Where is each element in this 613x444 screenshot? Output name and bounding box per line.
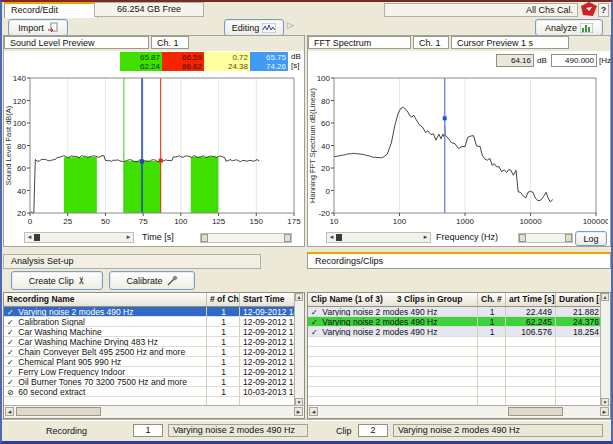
tab-recordings-clips[interactable]: Recordings/Clips [307, 252, 611, 269]
svg-text:100: 100 [393, 217, 407, 226]
table-row[interactable]: ✓ Oil Burner Tones 70 3200 7500 Hz and m… [4, 377, 304, 387]
table-row[interactable]: ✓ Varying noise 2 modes 490 Hz1106.57618… [308, 327, 610, 337]
svg-text:175: 175 [287, 217, 301, 226]
create-clip-button[interactable]: Create Clip ✂ [11, 271, 103, 290]
time-scrollbar[interactable]: ◄ ► [24, 232, 134, 243]
svg-text:50: 50 [101, 217, 110, 226]
recordings-table-body: ✓ Varying noise 2 modes 490 Hz112-09-201… [4, 307, 304, 417]
sound-cursor-readouts: dB [s] 65.8762.2466.5986.620.7224.3865.7… [4, 51, 304, 72]
tab-sound-level-preview[interactable]: Sound Level Preview [4, 36, 149, 49]
import-button[interactable]: Import [8, 19, 68, 36]
svg-text:75: 75 [139, 217, 148, 226]
clip-buttons-row: Create Clip ✂ Calibrate [3, 270, 303, 291]
table-row [308, 337, 610, 347]
calibrate-button[interactable]: Calibrate [109, 271, 195, 290]
clips-vscrollbar[interactable]: ▲▼ [600, 293, 610, 406]
fft-spectrum-panel: FFT Spectrum Ch. 1 Cursor Preview 1 s 64… [307, 35, 611, 247]
svg-text:-20: -20 [318, 209, 330, 218]
table-row[interactable]: ⊘ 60 second extract110-03-2013 19:5 [4, 387, 304, 397]
recordings-table: Recording Name # of Chs. Start Time ✓ Va… [3, 292, 305, 419]
tab-analysis-setup[interactable]: Analysis Set-up [3, 254, 261, 269]
play-arrow-icon[interactable]: ▷ [287, 20, 297, 31]
check-icon: ✓ [7, 368, 16, 377]
free-space-indicator: 66.254 GB Free [94, 2, 204, 17]
clip-label: Clip [336, 426, 352, 436]
svg-text:80: 80 [321, 97, 330, 106]
clip-number-input[interactable]: 2 [358, 424, 388, 437]
table-row[interactable]: ✓ Varying noise 2 modes 490 Hz162.24524.… [308, 317, 610, 327]
sound-chart-scrollrow: ◄ ► Time [s] [4, 231, 304, 245]
fft-frequency-unit: [Hz] [599, 56, 613, 65]
frequency-scrollbar[interactable]: ◄ ► [326, 232, 431, 243]
calibrate-label: Calibrate [126, 276, 162, 286]
log-scale-button[interactable]: Log [575, 231, 607, 246]
tab-fft-channel-1[interactable]: Ch. 1 [413, 36, 449, 49]
table-row[interactable]: ✓ Calibration Signal112-09-2012 14:5 [4, 317, 304, 327]
svg-text:Hanning FFT Spectrum dB(Linear: Hanning FFT Spectrum dB(Linear) [308, 88, 317, 203]
svg-text:25: 25 [63, 217, 72, 226]
tab-sound-channel-1[interactable]: Ch. 1 [151, 36, 189, 49]
analyze-button-label: Analyze [545, 23, 577, 33]
clips-hscrollbar[interactable]: ◄ ► [308, 405, 610, 418]
app-window: Record/Edit 66.254 GB Free All Chs Cal. … [0, 0, 613, 444]
table-row[interactable]: ✓ Car Washing Machine Drying 483 Hz112-0… [4, 337, 304, 347]
table-row [308, 357, 610, 367]
table-row[interactable]: ✓ Chain Conveyer Belt 495 2500 Hz and mo… [4, 347, 304, 357]
clips-table-header[interactable]: Clip Name (1 of 3) 3 Clips in Group Ch. … [308, 293, 610, 307]
tab-fft-spectrum[interactable]: FFT Spectrum [308, 36, 411, 49]
check-icon: ✓ [7, 308, 16, 317]
clips-header-group: 3 Clips in Group [397, 294, 463, 306]
tab-record-edit[interactable]: Record/Edit [4, 2, 98, 18]
all-channels-calibrated-status: All Chs Cal. [384, 3, 578, 17]
import-button-label: Import [18, 23, 44, 33]
svg-text:0: 0 [326, 187, 331, 196]
svg-text:10: 10 [330, 217, 339, 226]
svg-text:Sound Level Fast dB(A): Sound Level Fast dB(A) [4, 105, 13, 185]
help-button[interactable]: ? [598, 3, 609, 17]
check-icon: ✓ [7, 318, 16, 327]
table-row[interactable]: ✓ Varying noise 2 modes 490 Hz112-09-201… [4, 307, 304, 317]
fft-spectrum-chart[interactable]: 10100100010000100000-20020406080100Hanni… [308, 72, 608, 230]
fft-cursor-readouts: 64.16 dB 490.000 [Hz] [308, 51, 610, 72]
frequency-zoom-slider[interactable] [518, 233, 573, 243]
fft-panel-tabs: FFT Spectrum Ch. 1 Cursor Preview 1 s [308, 36, 610, 52]
recordings-table-header[interactable]: Recording Name # of Chs. Start Time [4, 293, 304, 307]
table-row[interactable]: ✓ Car Washing Machine112-09-2012 14:5 [4, 327, 304, 337]
analyze-chart-icon [580, 23, 593, 33]
svg-text:60: 60 [17, 164, 26, 173]
import-icon [47, 22, 58, 33]
fft-frequency-input[interactable]: 490.000 [551, 54, 597, 67]
svg-text:140: 140 [13, 74, 27, 83]
time-axis-label: Time [s] [142, 232, 174, 242]
analyze-button[interactable]: Analyze [535, 19, 603, 36]
sound-readout-box-0: 65.8762.24 [120, 52, 162, 71]
svg-text:40: 40 [321, 142, 330, 151]
clips-table-body: ✓ Varying noise 2 modes 490 Hz122.44921.… [308, 307, 610, 407]
time-zoom-slider[interactable] [200, 233, 292, 243]
svg-text:150: 150 [250, 217, 264, 226]
tab-cursor-preview[interactable]: Cursor Preview 1 s [451, 36, 569, 49]
table-row[interactable]: ✓ Chemical Plant 905 990 Hz112-09-2012 1… [4, 357, 304, 367]
svg-text:20: 20 [17, 209, 26, 218]
recordings-vscrollbar[interactable]: ▲▼ [294, 293, 304, 406]
svg-text:100: 100 [174, 217, 188, 226]
waveform-icon [262, 23, 276, 33]
sound-level-chart[interactable]: 025507510012515017520406080100120140Soun… [4, 72, 302, 230]
table-row [308, 377, 610, 387]
svg-text:100: 100 [13, 119, 27, 128]
brand-logo-icon [580, 2, 598, 17]
fft-chart-scrollrow: ◄ ► Frequency (Hz) Log [308, 231, 610, 245]
create-clip-label: Create Clip [29, 276, 74, 286]
check-icon: ✓ [311, 318, 320, 327]
editing-button[interactable]: Editing [224, 19, 284, 36]
table-row[interactable]: ✓ Varying noise 2 modes 490 Hz122.44921.… [308, 307, 610, 317]
recording-number-input[interactable]: 1 [133, 424, 163, 437]
toolbar: Import Editing ▷ Analyze [2, 18, 611, 36]
recordings-hscrollbar[interactable]: ◄ ► [4, 405, 304, 418]
svg-text:100000: 100000 [583, 217, 608, 226]
check-icon: ✓ [7, 358, 16, 367]
svg-text:80: 80 [17, 142, 26, 151]
check-icon: ✓ [7, 348, 16, 357]
table-row[interactable]: ✓ Ferry Low Frequency Indoor112-09-2012 … [4, 367, 304, 377]
svg-text:120: 120 [13, 97, 27, 106]
